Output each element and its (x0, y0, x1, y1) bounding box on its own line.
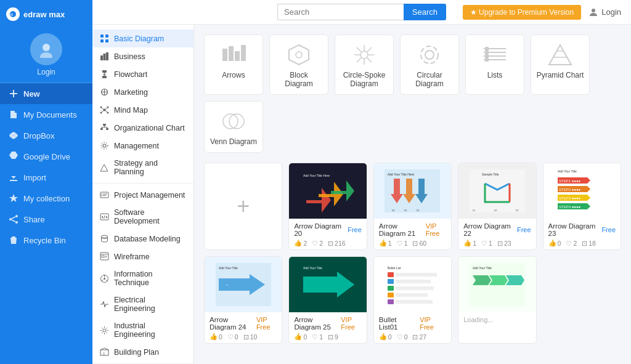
login-button[interactable]: Login (588, 7, 621, 17)
sidebar-item-my-collection[interactable]: My collection (0, 188, 92, 209)
svg-rect-143 (388, 286, 394, 291)
user-icon (588, 7, 598, 17)
svg-marker-99 (549, 45, 571, 65)
svg-text:Sample Title: Sample Title (482, 172, 499, 176)
svg-point-79 (296, 52, 302, 58)
category-card-lists[interactable]: Lists (465, 34, 524, 95)
copies-arrow25: ⊡ 9 (328, 333, 338, 341)
svg-text:STEP4 ●●●●: STEP4 ●●●● (559, 205, 581, 209)
app-name: edraw max (23, 10, 65, 19)
search-input[interactable] (277, 4, 404, 20)
svg-point-51 (102, 235, 108, 238)
copies-arrow24: ⊡ 10 (243, 333, 258, 341)
copies-arrow23: ⊡ 18 (582, 240, 596, 247)
mid-nav-item-business[interactable]: Business (92, 47, 193, 65)
category-card-arrows[interactable]: Arrows (204, 34, 263, 95)
svg-line-36 (105, 111, 107, 113)
thumb-arrow-diagram-22: Sample Title 01 02 03 (458, 163, 535, 219)
sidebar-item-my-documents[interactable]: My Documents (0, 104, 92, 125)
sidebar-login[interactable]: Login (37, 68, 55, 76)
content-area: Basic Diagram Business Flowchart Marketi… (92, 25, 631, 364)
mid-nav-item-database-modeling[interactable]: Database Modeling (92, 230, 193, 248)
logo-icon: e (6, 7, 20, 21)
thumb-arrow-placeholder: Add Your Title (458, 257, 535, 312)
sidebar-item-import[interactable]: Import (0, 167, 92, 188)
search-container: Search (277, 4, 446, 20)
template-card-arrow-diagram-21[interactable]: Add Your Title Here 04 05 06 Arrow D (373, 163, 452, 250)
mid-nav-item-software-dev[interactable]: Software Development (92, 204, 193, 230)
svg-text:Add Your Title: Add Your Title (558, 169, 577, 173)
svg-rect-21 (105, 39, 108, 42)
mid-nav-divider-1 (92, 183, 193, 184)
mid-nav-item-electrical-engineering[interactable]: Electrical Engineering (92, 291, 193, 317)
category-card-circular-diagram[interactable]: Circular Diagram (400, 34, 459, 95)
svg-rect-55 (102, 256, 104, 257)
svg-point-102 (223, 114, 238, 129)
sidebar-item-google-drive[interactable]: Google Drive (0, 146, 92, 167)
template-card-arrow-diagram-23[interactable]: Add Your Title STEP1 ●●●● STEP2 ●●●● STE… (543, 163, 621, 250)
template-grid: + Add Your Title Here (204, 163, 621, 344)
sidebar-item-new[interactable]: New (0, 83, 92, 104)
svg-marker-10 (9, 152, 18, 159)
svg-point-2 (43, 44, 50, 51)
mid-nav-item-wireframe[interactable]: Wireframe (92, 248, 193, 265)
category-card-circle-spoke[interactable]: Circle-Spoke Diagram (335, 34, 394, 95)
svg-text:Bullet List: Bullet List (388, 266, 401, 270)
circle-spoke-icon (352, 44, 377, 66)
mid-nav-item-mind-map[interactable]: Mind Map (92, 101, 193, 119)
svg-rect-20 (100, 39, 104, 42)
template-card-arrow-diagram-24[interactable]: Add Your Title → Arrow Diagram 24 VIP Fr… (204, 256, 282, 344)
template-card-arrow-diagram-25[interactable]: Add Your Title Arrow Diagram 25 VIP Free… (288, 256, 367, 344)
mid-nav-item-strategy-planning[interactable]: Strategy and Planning (92, 155, 193, 180)
template-card-arrow-diagram-placeholder[interactable]: Add Your Title Loading... (458, 256, 536, 344)
likes-arrow24: 👍 0 (210, 333, 222, 341)
template-card-arrow-diagram-20[interactable]: Add Your Title Here Arrow Diagram 20 Fre… (288, 163, 367, 250)
svg-rect-38 (100, 128, 103, 130)
card-info-arrow-23: Arrow Diagram 23 Free 👍 0 ♡ 2 ⊡ 18 (543, 219, 621, 249)
svg-text:04: 04 (392, 209, 395, 212)
lists-icon (482, 44, 507, 66)
upgrade-button[interactable]: Upgrade to Premium Version (463, 5, 581, 20)
likes-bullet01: 👍 0 (379, 333, 392, 341)
card-info-arrow-21: Arrow Diagram 21 VIP Free 👍 1 ♡ 1 ⊡ 60 (374, 219, 451, 249)
mid-nav-item-flowchart[interactable]: Flowchart (92, 65, 193, 83)
search-button[interactable]: Search (404, 4, 446, 20)
category-card-venn-diagram[interactable]: Venn Diagram (204, 101, 263, 153)
category-card-block-diagram[interactable]: Block Diagram (269, 34, 328, 95)
sidebar-item-recycle-bin[interactable]: Recycle Bin (0, 230, 92, 251)
svg-line-33 (102, 108, 104, 110)
template-card-bullet-list01[interactable]: Bullet List (373, 256, 452, 344)
mid-nav-item-building-plan[interactable]: Building Plan (92, 343, 193, 361)
svg-point-63 (103, 329, 106, 332)
template-card-arrow-diagram-22[interactable]: Sample Title 01 02 03 (458, 163, 536, 250)
svg-text:STEP3 ●●●●: STEP3 ●●●● (559, 196, 581, 200)
mid-nav-item-basic-diagram[interactable]: Basic Diagram (92, 30, 193, 47)
svg-line-88 (357, 58, 361, 62)
svg-rect-74 (222, 49, 227, 61)
sidebar-item-share[interactable]: Share (0, 209, 92, 230)
svg-point-44 (103, 144, 106, 147)
sidebar-item-dropbox[interactable]: DropBox (0, 125, 92, 146)
mid-nav-item-org-chart[interactable]: Organizational Chart (92, 119, 193, 137)
mid-nav-item-management[interactable]: Management (92, 137, 193, 155)
likes-arrow20: 👍 2 (294, 239, 307, 247)
new-template-card[interactable]: + (204, 163, 282, 250)
svg-text:Add Your Title: Add Your Title (473, 266, 492, 270)
svg-marker-11 (9, 194, 18, 202)
hearts-arrow20: ♡ 2 (312, 240, 323, 247)
circular-diagram-icon (417, 44, 442, 66)
svg-text:03: 03 (516, 209, 519, 212)
svg-text:→: → (225, 283, 229, 287)
mid-nav-item-marketing[interactable]: Marketing (92, 83, 193, 101)
svg-rect-18 (100, 34, 104, 38)
mid-nav-item-info-technique[interactable]: Information Technique (92, 265, 193, 291)
svg-rect-24 (106, 52, 108, 60)
card-info-arrow-22: Arrow Diagram 22 Free 👍 1 ♡ 1 ⊡ 23 (458, 219, 535, 249)
svg-point-12 (15, 215, 18, 217)
category-grid: Arrows Block Diagram (204, 34, 621, 153)
mid-nav-item-project-management[interactable]: Project Management (92, 186, 193, 204)
mid-nav-item-industrial-engineering[interactable]: Industrial Engineering (92, 317, 193, 343)
arrows-icon (221, 44, 246, 66)
copies-arrow20: ⊡ 216 (328, 240, 346, 247)
category-card-pyramid-chart[interactable]: Pyramid Chart (531, 34, 590, 95)
